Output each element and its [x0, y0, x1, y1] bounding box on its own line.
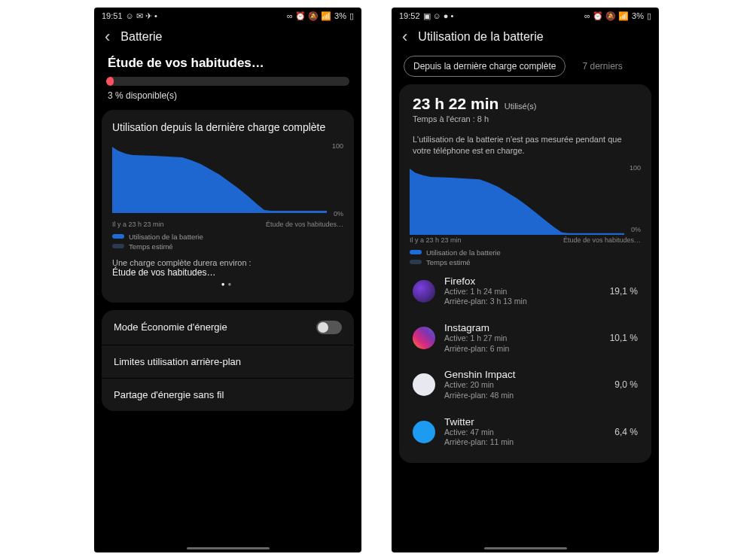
usage-card[interactable]: Utilisation depuis la dernière charge co…	[102, 110, 354, 303]
legend-swatch-usage	[112, 234, 124, 239]
app-icon	[413, 421, 435, 443]
app-percent: 10,1 %	[610, 333, 638, 343]
status-battery-pct: 3%	[334, 11, 346, 20]
power-saving-toggle[interactable]	[316, 321, 342, 334]
estimate-value: Étude de vos habitudes…	[112, 267, 343, 278]
status-icons-left: ▣ ☺ ● •	[423, 11, 454, 21]
status-time: 19:51	[102, 11, 123, 20]
y-label-100: 100	[332, 142, 343, 150]
item-wireless-share[interactable]: Partage d'énergie sans fil	[102, 379, 354, 411]
status-icons-right: ∞ ⏰ 🔕 📶	[287, 11, 331, 21]
phone-left: 19:51 ☺ ✉ ✈ • ∞ ⏰ 🔕 📶 3% ▯ ‹ Batterie Ét…	[94, 8, 361, 552]
chip-7-days[interactable]: 7 derniers	[573, 56, 631, 76]
item-power-saving[interactable]: Mode Économie d'énergie	[102, 310, 354, 345]
app-row[interactable]: InstagramActive: 1 h 27 minArrière-plan:…	[410, 315, 641, 361]
app-active: Active: 1 h 24 min	[444, 287, 601, 297]
usage-card-title: Utilisation depuis la dernière charge co…	[112, 120, 343, 135]
estimate-label: Une charge complète durera environ :	[112, 258, 343, 267]
app-icon	[413, 327, 435, 349]
app-row[interactable]: Genshin ImpactActive: 20 minArrière-plan…	[410, 361, 641, 408]
app-background: Arrière-plan: 3 h 13 min	[444, 297, 601, 307]
legend-swatch-usage	[410, 250, 422, 254]
x-axis-labels: Il y a 23 h 23 min Étude de vos habitude…	[410, 236, 641, 244]
app-name: Twitter	[444, 416, 605, 428]
status-time: 19:52	[399, 11, 420, 20]
app-active: Active: 1 h 27 min	[444, 333, 601, 344]
status-bar: 19:51 ☺ ✉ ✈ • ∞ ⏰ 🔕 📶 3% ▯	[94, 8, 361, 24]
app-background: Arrière-plan: 6 min	[444, 344, 601, 355]
available-text: 3 % disponible(s)	[102, 90, 354, 110]
app-meta: InstagramActive: 1 h 27 minArrière-plan:…	[444, 322, 601, 354]
usage-summary: 23 h 22 min Utilisé(s) Temps à l'écran :…	[410, 95, 641, 129]
back-icon[interactable]: ‹	[105, 29, 110, 45]
app-icon	[413, 373, 435, 396]
app-name: Genshin Impact	[444, 369, 605, 380]
app-percent: 19,1 %	[610, 286, 638, 297]
item-bg-limits[interactable]: Limites utilisation arrière-plan	[102, 345, 354, 379]
phone-right: 19:52 ▣ ☺ ● • ∞ ⏰ 🔕 📶 3% ▯ ‹ Utilisation…	[392, 8, 659, 552]
legend-usage: Utilisation de la batterie	[129, 233, 203, 241]
battery-bar	[106, 77, 349, 86]
app-usage-list: FirefoxActive: 1 h 24 minArrière-plan: 3…	[410, 268, 641, 455]
chip-since-full[interactable]: Depuis la dernière charge complète	[404, 56, 566, 77]
app-meta: FirefoxActive: 1 h 24 minArrière-plan: 3…	[444, 275, 601, 307]
y-label-100: 100	[630, 164, 641, 172]
battery-icon: ▯	[349, 11, 354, 21]
x-label-right: Étude de vos habitudes…	[563, 236, 641, 244]
chart-legend: Utilisation de la batterie Temps estimé	[410, 248, 641, 266]
battery-bar-fill	[106, 77, 114, 86]
legend-estimate: Temps estimé	[426, 258, 471, 266]
legend-usage: Utilisation de la batterie	[426, 248, 501, 257]
home-indicator[interactable]	[484, 547, 567, 549]
charging-note: L'utilisation de la batterie n'est pas m…	[413, 134, 638, 157]
page-title: Batterie	[120, 30, 162, 44]
app-percent: 9,0 %	[614, 379, 638, 390]
chart-svg	[112, 147, 327, 213]
y-label-0: 0%	[334, 210, 343, 218]
app-active: Active: 47 min	[444, 428, 605, 438]
app-row[interactable]: TwitterActive: 47 minArrière-plan: 11 mi…	[410, 409, 641, 455]
x-label-right: Étude de vos habitudes…	[266, 221, 343, 228]
status-bar: 19:52 ▣ ☺ ● • ∞ ⏰ 🔕 📶 3% ▯	[392, 8, 659, 24]
page-dots[interactable]: ●●	[112, 278, 343, 295]
x-label-left: Il y a 23 h 23 min	[410, 236, 462, 244]
used-time: 23 h 22 min	[413, 95, 498, 112]
y-label-0: 0%	[631, 226, 641, 233]
status-battery-pct: 3%	[632, 11, 644, 20]
app-name: Firefox	[444, 275, 601, 287]
header: ‹ Utilisation de la batterie	[392, 24, 659, 56]
header: ‹ Batterie	[94, 24, 361, 56]
app-icon	[413, 280, 435, 303]
scroll-area[interactable]: Depuis la dernière charge complète 7 der…	[392, 56, 659, 552]
x-axis-labels: Il y a 23 h 23 min Étude de vos habitude…	[112, 221, 343, 228]
x-label-left: Il y a 23 h 23 min	[112, 221, 164, 228]
learning-heading: Étude de vos habitudes…	[102, 56, 354, 77]
app-background: Arrière-plan: 48 min	[444, 391, 605, 401]
legend-swatch-estimate	[410, 260, 422, 264]
status-icons-left: ☺ ✉ ✈ •	[126, 11, 157, 21]
usage-detail-card: 23 h 22 min Utilisé(s) Temps à l'écran :…	[399, 84, 651, 463]
app-name: Instagram	[444, 322, 601, 333]
app-meta: TwitterActive: 47 minArrière-plan: 11 mi…	[444, 416, 605, 448]
app-row[interactable]: FirefoxActive: 1 h 24 minArrière-plan: 3…	[410, 268, 641, 315]
settings-list: Mode Économie d'énergie Limites utilisat…	[102, 310, 354, 411]
scroll-area[interactable]: Étude de vos habitudes… 3 % disponible(s…	[94, 56, 361, 552]
battery-chart: 100 0%	[112, 142, 343, 218]
range-chips: Depuis la dernière charge complète 7 der…	[399, 56, 651, 84]
item-bg-limits-label: Limites utilisation arrière-plan	[114, 356, 241, 367]
battery-chart: 100 0%	[410, 164, 641, 233]
status-icons-right: ∞ ⏰ 🔕 📶	[584, 11, 629, 21]
app-percent: 6,4 %	[614, 427, 638, 437]
chart-legend: Utilisation de la batterie Temps estimé	[112, 233, 343, 251]
home-indicator[interactable]	[187, 547, 270, 549]
app-active: Active: 20 min	[444, 380, 605, 391]
legend-swatch-estimate	[112, 244, 124, 248]
page-title: Utilisation de la batterie	[418, 30, 543, 44]
back-icon[interactable]: ‹	[402, 29, 407, 45]
app-background: Arrière-plan: 11 min	[444, 437, 605, 448]
app-meta: Genshin ImpactActive: 20 minArrière-plan…	[444, 369, 605, 400]
item-power-saving-label: Mode Économie d'énergie	[114, 321, 227, 333]
item-wireless-share-label: Partage d'énergie sans fil	[114, 389, 224, 400]
screen-on-time: Temps à l'écran : 8 h	[413, 114, 638, 123]
chart-svg	[410, 169, 624, 235]
